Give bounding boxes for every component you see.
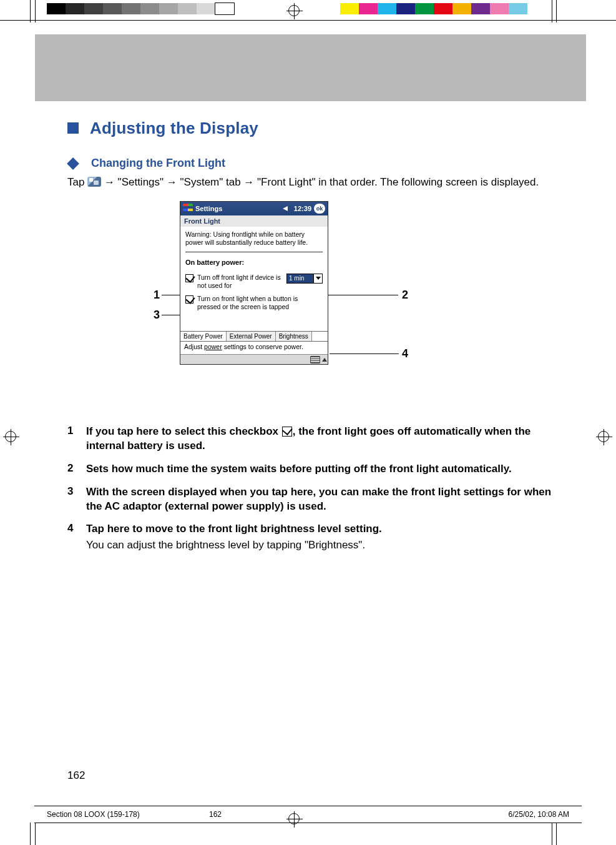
crop-mark — [556, 0, 557, 22]
hint-pre: Adjust — [184, 343, 204, 350]
ok-button[interactable]: ok — [314, 204, 325, 214]
explanation-list: 1 If you tap here to select this checkbo… — [67, 425, 554, 553]
spacer — [180, 317, 328, 331]
callout-number: 4 — [402, 347, 408, 360]
crop-mark — [30, 823, 31, 845]
explain-item: 2 Sets how much time the system waits be… — [67, 462, 554, 477]
start-menu-icon — [87, 177, 101, 187]
chevron-up-icon[interactable] — [321, 356, 328, 363]
start-flag-icon[interactable] — [183, 204, 193, 214]
explain-normal: You can adjust the brightness level by t… — [86, 538, 554, 553]
crop-mark — [35, 0, 36, 22]
device-subtitle: Front Light — [180, 215, 328, 227]
color-swatches — [340, 3, 527, 14]
device-titlebar: Settings 12:39 ok — [180, 202, 328, 215]
registration-mark-icon — [5, 431, 16, 442]
tab-brightness[interactable]: Brightness — [276, 332, 312, 341]
page-header-band — [35, 34, 586, 101]
intro-paragraph: Tap → "Settings" → "System" tab → "Front… — [67, 175, 554, 190]
crop-mark — [552, 0, 552, 22]
subsection-heading: Changing the Front Light — [91, 157, 225, 170]
explain-num: 2 — [67, 462, 86, 477]
device-body: Warning: Using frontlight while on batte… — [180, 227, 328, 318]
explain-bold: With the screen displayed when you tap h… — [86, 486, 551, 512]
device-tabs: Battery Power External Power Brightness — [180, 331, 328, 342]
square-bullet-icon — [67, 122, 79, 134]
page-number: 162 — [67, 769, 85, 782]
option-2-row: Turn on front light when a button is pre… — [185, 295, 323, 311]
on-battery-label: On battery power: — [185, 259, 323, 267]
registration-mark-icon — [598, 431, 609, 442]
device-clock: 12:39 — [294, 205, 311, 212]
timeout-dropdown[interactable]: 1 min — [286, 274, 323, 284]
callout-line — [330, 353, 399, 354]
power-link[interactable]: power — [204, 343, 222, 350]
diamond-bullet-icon — [67, 157, 79, 170]
section-heading: Adjusting the Display — [90, 119, 258, 138]
explain-bold: Tap here to move to the front light brig… — [86, 522, 554, 536]
crop-mark — [30, 0, 31, 22]
explain-body: Sets how much time the system waits befo… — [86, 462, 554, 477]
chevron-down-icon — [313, 274, 322, 283]
content-area: Adjusting the Display Changing the Front… — [67, 119, 554, 561]
explain-item: 3 With the screen displayed when you tap… — [67, 485, 554, 514]
callout-number: 2 — [402, 289, 408, 302]
device-title: Settings — [195, 205, 283, 212]
crop-mark — [552, 823, 552, 845]
intro-mid: → "Settings" → "System" tab → "Front Lig… — [104, 176, 539, 188]
tab-external-power[interactable]: External Power — [227, 332, 276, 341]
checked-checkbox-icon — [282, 427, 292, 437]
crop-mark — [35, 823, 36, 845]
screenshot-wrap: 1 2 3 4 Settings 12:39 o — [67, 201, 554, 407]
explain-num: 4 — [67, 522, 86, 553]
explain-bold: Sets how much time the system waits befo… — [86, 463, 512, 475]
tab-battery-power[interactable]: Battery Power — [180, 332, 227, 341]
crop-mark — [0, 20, 616, 21]
print-slug-footer: Section 08 LOOX (159-178) 162 6/25/02, 1… — [34, 806, 582, 823]
callout-number: 1 — [154, 289, 160, 302]
section-heading-row: Adjusting the Display — [67, 119, 554, 138]
print-registration-top — [0, 2, 616, 16]
timeout-selected: 1 min — [287, 274, 313, 283]
device-warning: Warning: Using frontlight while on batte… — [185, 230, 323, 247]
volume-icon[interactable] — [283, 204, 291, 213]
device-screenshot: Settings 12:39 ok Front Light Warning: U… — [180, 201, 328, 365]
option-1-text: Turn off front light if device is not us… — [197, 274, 283, 290]
keyboard-icon[interactable] — [310, 356, 320, 363]
registration-mark-icon — [288, 5, 300, 16]
callout-line — [326, 295, 398, 295]
explain-item: 1 If you tap here to select this checkbo… — [67, 425, 554, 453]
power-hint: Adjust power settings to conserve power. — [180, 342, 328, 354]
registration-mark-icon — [288, 813, 300, 824]
footer-timestamp: 6/25/02, 10:08 AM — [509, 810, 569, 819]
page-root: Adjusting the Display Changing the Front… — [0, 0, 616, 845]
checkbox-turn-on[interactable] — [185, 295, 193, 304]
intro-pre: Tap — [67, 176, 87, 188]
crop-mark — [556, 823, 557, 845]
device-bottombar — [180, 354, 328, 364]
callout-number: 3 — [154, 309, 160, 322]
hint-post: settings to conserve power. — [222, 343, 303, 350]
explain-num: 3 — [67, 485, 86, 514]
footer-slug: Section 08 LOOX (159-178) — [47, 810, 209, 819]
explain-bold-pre: If you tap here to select this checkbox — [86, 425, 281, 437]
explain-body: If you tap here to select this checkbox … — [86, 425, 554, 453]
grey-swatches — [47, 3, 234, 14]
explain-body: With the screen displayed when you tap h… — [86, 485, 554, 514]
footer-page: 162 — [209, 810, 290, 819]
divider — [185, 252, 323, 252]
option-2-text: Turn on front light when a button is pre… — [197, 295, 323, 311]
subsection-heading-row: Changing the Front Light — [67, 157, 554, 170]
explain-item: 4 Tap here to move to the front light br… — [67, 522, 554, 553]
explain-num: 1 — [67, 425, 86, 453]
checkbox-auto-off[interactable] — [185, 274, 193, 282]
option-1-row: Turn off front light if device is not us… — [185, 274, 323, 290]
explain-body: Tap here to move to the front light brig… — [86, 522, 554, 553]
